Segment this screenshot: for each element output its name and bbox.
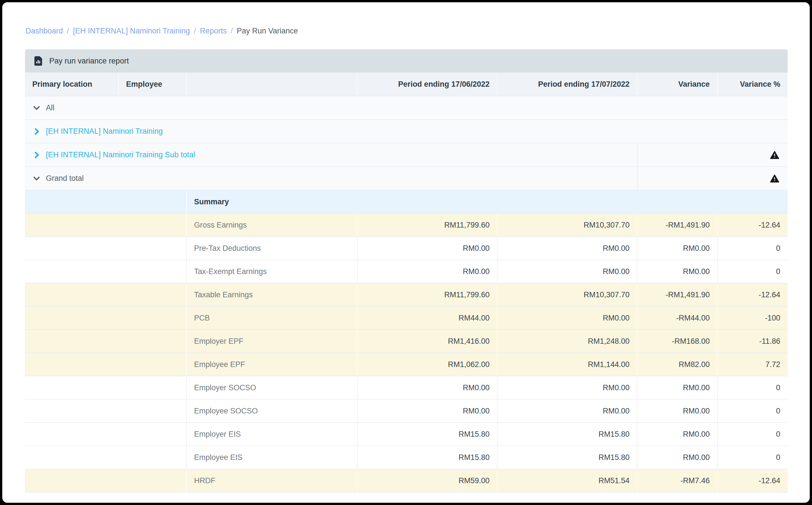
row-category-label: Pre-Tax Deductions: [187, 237, 358, 260]
row-variance-pct-value: -100: [718, 307, 788, 329]
row-variance-pct-value: 0: [718, 237, 788, 260]
report-title: Pay run variance report: [49, 57, 129, 65]
row-period-2-value: RM15.80: [497, 446, 637, 469]
table-row: Employer EPF RM1,416.00 RM1,248.00 -RM16…: [25, 329, 788, 353]
row-spacer-cell: [25, 353, 187, 376]
group-row-label[interactable]: [EH INTERNAL] Naminori Training Sub tota…: [46, 151, 195, 159]
table-row: HRDF RM59.00 RM51.54 -RM7.46 -12.64: [25, 469, 788, 492]
row-period-1-value: RM11,799.60: [358, 283, 497, 306]
row-period-2-value: RM10,307.70: [497, 214, 637, 236]
row-category-label: Tax-Exempt Earnings: [187, 260, 358, 283]
row-period-2-value: RM0.00: [497, 307, 637, 329]
warning-icon[interactable]: [770, 151, 779, 160]
table-row: Employer SOCSO RM0.00 RM0.00 RM0.00 0: [25, 376, 788, 399]
table-row: Employee EIS RM15.80 RM15.80 RM0.00 0: [25, 446, 788, 469]
breadcrumb-item[interactable]: Dashboard: [25, 26, 63, 36]
group-row[interactable]: Grand total: [25, 166, 788, 190]
row-period-2-value: RM0.00: [497, 376, 637, 399]
row-spacer-cell: [25, 399, 187, 422]
group-row-label[interactable]: All: [46, 104, 54, 112]
warning-icon[interactable]: [770, 174, 779, 183]
row-variance-pct-value: 0: [718, 446, 788, 469]
report-header-bar: Pay run variance report: [25, 49, 788, 72]
row-period-2-value: RM15.80: [497, 423, 637, 446]
row-variance-value: RM0.00: [637, 399, 718, 422]
row-period-1-value: RM11,799.60: [358, 214, 497, 236]
table-row: PCB RM44.00 RM0.00 -RM44.00 -100: [25, 306, 788, 329]
row-category-label: Gross Earnings: [187, 214, 358, 236]
row-variance-pct-value: -11.86: [718, 330, 788, 353]
col-header-employee: Employee: [119, 72, 187, 96]
row-period-1-value: RM44.00: [358, 307, 497, 329]
table-row: Taxable Earnings RM11,799.60 RM10,307.70…: [25, 283, 788, 306]
row-variance-value: RM82.00: [637, 353, 718, 376]
row-spacer-cell: [25, 214, 187, 236]
row-period-1-value: RM0.00: [358, 399, 497, 422]
table-row: Gross Earnings RM11,799.60 RM10,307.70 -…: [25, 213, 788, 236]
group-row-label[interactable]: [EH INTERNAL] Naminori Training: [46, 127, 163, 136]
row-category-label: HRDF: [187, 469, 358, 492]
row-variance-value: -RM44.00: [637, 307, 718, 329]
row-period-1-value: RM1,416.00: [358, 330, 497, 353]
chevron-down-icon[interactable]: [32, 174, 41, 183]
row-spacer-cell: [25, 260, 187, 283]
row-period-1-value: RM1,062.00: [358, 353, 497, 376]
row-period-2-value: RM0.00: [497, 399, 637, 422]
row-variance-pct-value: 0: [718, 376, 788, 399]
breadcrumb: Dashboard / [EH INTERNAL] Naminori Train…: [25, 26, 810, 36]
table-row: Employee EPF RM1,062.00 RM1,144.00 RM82.…: [25, 353, 788, 376]
summary-spacer-cell: [25, 190, 187, 213]
summary-label: Summary: [187, 190, 788, 213]
row-variance-pct-value: 0: [718, 260, 788, 283]
row-period-2-value: RM0.00: [497, 260, 637, 283]
row-period-2-value: RM1,144.00: [497, 353, 637, 376]
row-variance-value: RM0.00: [637, 376, 718, 399]
chevron-right-icon[interactable]: [32, 151, 41, 159]
pay-run-variance-report: Pay run variance report Primary location…: [25, 49, 788, 493]
row-variance-value: -RM1,491.90: [637, 214, 718, 236]
row-variance-value: RM0.00: [637, 237, 718, 260]
group-row[interactable]: [EH INTERNAL] Naminori Training Sub tota…: [25, 143, 788, 166]
row-spacer-cell: [25, 469, 187, 492]
row-spacer-cell: [25, 376, 187, 399]
page: Dashboard / [EH INTERNAL] Naminori Train…: [0, 0, 812, 505]
row-spacer-cell: [25, 307, 187, 329]
row-variance-value: -RM168.00: [637, 330, 718, 353]
row-spacer-cell: [25, 237, 187, 260]
row-variance-value: RM0.00: [637, 446, 718, 469]
breadcrumb-item[interactable]: [EH INTERNAL] Naminori Training: [73, 26, 190, 36]
row-variance-pct-value: 0: [718, 423, 788, 446]
breadcrumb-separator: /: [67, 26, 69, 36]
row-category-label: Employer EPF: [187, 330, 358, 353]
row-period-1-value: RM0.00: [358, 260, 497, 283]
table-row: Employer EIS RM15.80 RM15.80 RM0.00 0: [25, 422, 788, 446]
row-variance-pct-value: -12.64: [718, 469, 788, 492]
row-category-label: Employee EIS: [187, 446, 358, 469]
col-header-period-2: Period ending 17/07/2022: [497, 72, 637, 96]
row-period-1-value: RM0.00: [358, 237, 497, 260]
column-header-row: Primary location Employee Period ending …: [25, 72, 788, 96]
table-row: Employee SOCSO RM0.00 RM0.00 RM0.00 0: [25, 399, 788, 422]
row-variance-pct-value: 0: [718, 399, 788, 422]
row-variance-value: RM0.00: [637, 423, 718, 446]
breadcrumb-separator: /: [231, 26, 233, 36]
row-variance-value: -RM7.46: [637, 469, 718, 492]
chevron-down-icon[interactable]: [32, 104, 41, 112]
col-header-category: [187, 72, 358, 96]
breadcrumb-item[interactable]: Reports: [200, 26, 227, 36]
row-category-label: Taxable Earnings: [187, 283, 358, 306]
row-category-label: PCB: [187, 307, 358, 329]
col-header-period-1: Period ending 17/06/2022: [358, 72, 497, 96]
group-row-label[interactable]: Grand total: [46, 174, 84, 183]
row-spacer-cell: [25, 423, 187, 446]
group-row[interactable]: All: [25, 96, 788, 119]
bar-chart-document-icon: [33, 55, 44, 66]
row-spacer-cell: [25, 283, 187, 306]
row-period-2-value: RM1,248.00: [497, 330, 637, 353]
chevron-right-icon[interactable]: [32, 127, 41, 136]
table-row: Tax-Exempt Earnings RM0.00 RM0.00 RM0.00…: [25, 260, 788, 283]
group-row[interactable]: [EH INTERNAL] Naminori Training: [25, 119, 788, 143]
row-period-1-value: RM15.80: [358, 423, 497, 446]
table-row: Pre-Tax Deductions RM0.00 RM0.00 RM0.00 …: [25, 236, 788, 260]
row-variance-pct-value: -12.64: [718, 214, 788, 236]
